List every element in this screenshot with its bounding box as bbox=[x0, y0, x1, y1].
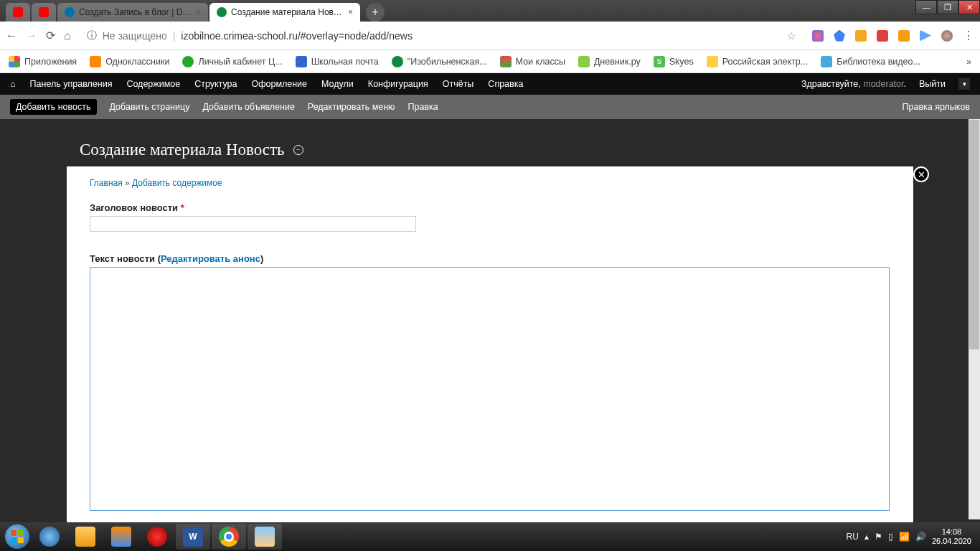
admin-item[interactable]: Модули bbox=[321, 79, 354, 89]
forward-button[interactable]: → bbox=[26, 29, 37, 42]
minimize-button[interactable]: — bbox=[915, 0, 937, 14]
page-title: Создание материала Новость − bbox=[67, 136, 913, 166]
bookmark-item[interactable]: Мои классы bbox=[500, 56, 565, 67]
skyes-icon: s bbox=[654, 56, 665, 67]
shortcut-item[interactable]: Добавить страницу bbox=[110, 102, 190, 112]
star-icon[interactable]: ☆ bbox=[787, 30, 796, 42]
close-overlay-button[interactable]: ✕ bbox=[913, 166, 929, 182]
tab-title: Создать Запись в блог | Drupal. bbox=[79, 7, 192, 17]
close-icon[interactable]: × bbox=[196, 7, 201, 17]
breadcrumb: Главная » Добавить содержимое bbox=[90, 178, 890, 188]
menu-icon[interactable]: ⋮ bbox=[963, 29, 974, 42]
bookmark-item[interactable]: "Изобильненская... bbox=[392, 56, 487, 67]
task-explorer[interactable] bbox=[68, 524, 103, 550]
browser-titlebar: Создать Запись в блог | Drupal. × Создан… bbox=[0, 0, 980, 22]
ext-icon[interactable] bbox=[898, 30, 910, 42]
admin-item[interactable]: Справка bbox=[488, 79, 523, 89]
task-opera[interactable] bbox=[140, 524, 174, 550]
breadcrumb-home[interactable]: Главная bbox=[90, 178, 123, 188]
admin-item[interactable]: Отчёты bbox=[443, 79, 474, 89]
bookmark-item[interactable]: Российская электр... bbox=[707, 56, 808, 67]
admin-item[interactable]: Структура bbox=[194, 79, 237, 89]
bookmark-item[interactable]: Библиотека видео... bbox=[821, 56, 920, 67]
battery-icon[interactable]: ▯ bbox=[888, 532, 893, 542]
task-chrome[interactable] bbox=[212, 524, 246, 550]
admin-item[interactable]: Оформление bbox=[251, 79, 307, 89]
start-button[interactable] bbox=[3, 522, 32, 551]
title-input[interactable] bbox=[90, 216, 416, 232]
home-button[interactable]: ⌂ bbox=[64, 29, 71, 42]
maximize-button[interactable]: ❐ bbox=[937, 0, 958, 14]
body-textarea[interactable] bbox=[90, 267, 890, 511]
ext-icon[interactable] bbox=[877, 30, 888, 42]
reload-button[interactable]: ⟳ bbox=[46, 29, 55, 42]
task-ie[interactable] bbox=[32, 524, 67, 550]
admin-item[interactable]: Панель управления bbox=[30, 79, 113, 89]
dnevnik-icon bbox=[578, 56, 590, 67]
edit-shortcuts-link[interactable]: Правка ярлыков bbox=[903, 102, 970, 112]
tab-title: Создание материала Новость | bbox=[231, 7, 344, 17]
shortcut-item[interactable]: Редактировать меню bbox=[308, 102, 395, 112]
new-tab-button[interactable]: + bbox=[366, 3, 385, 22]
ok-icon bbox=[90, 56, 101, 67]
bookmark-item[interactable]: Одноклассники bbox=[90, 56, 169, 67]
ext-icon[interactable] bbox=[834, 30, 845, 42]
page-content: Создание материала Новость − ✕ Главная »… bbox=[0, 119, 980, 519]
resh-icon bbox=[707, 56, 718, 67]
extensions: ⋮ bbox=[812, 29, 974, 42]
scrollbar[interactable] bbox=[969, 119, 980, 519]
chevron-up-icon[interactable]: ▴ bbox=[864, 532, 869, 542]
home-icon[interactable]: ⌂ bbox=[10, 79, 16, 89]
close-icon[interactable]: × bbox=[348, 7, 353, 17]
bookmark-item[interactable]: Дневник.ру bbox=[578, 56, 641, 67]
browser-tab-active[interactable]: Создание материала Новость | × bbox=[209, 3, 360, 22]
site-icon bbox=[217, 7, 227, 17]
logout-link[interactable]: Выйти bbox=[919, 79, 946, 89]
bookmark-item[interactable]: sSkyes bbox=[654, 56, 694, 67]
bookmarks-overflow[interactable]: » bbox=[966, 57, 971, 67]
browser-tab[interactable]: Создать Запись в блог | Drupal. × bbox=[57, 3, 208, 22]
browser-tab[interactable] bbox=[6, 3, 30, 22]
video-icon bbox=[821, 56, 832, 67]
ext-icon[interactable] bbox=[855, 30, 867, 42]
youtube-icon bbox=[39, 7, 49, 17]
overlay-body: Главная » Добавить содержимое Заголовок … bbox=[67, 166, 913, 540]
breadcrumb-add[interactable]: Добавить содержимое bbox=[132, 178, 222, 188]
collapse-icon[interactable]: − bbox=[293, 145, 303, 155]
lang-indicator[interactable]: RU bbox=[847, 532, 859, 542]
task-word[interactable]: W bbox=[176, 524, 210, 550]
shortcut-item[interactable]: Правка bbox=[408, 102, 438, 112]
back-button[interactable]: ← bbox=[6, 29, 17, 42]
avatar-icon[interactable] bbox=[941, 30, 953, 42]
scrollbar-thumb[interactable] bbox=[969, 120, 979, 349]
wifi-icon[interactable]: 📶 bbox=[899, 532, 910, 542]
admin-item[interactable]: Конфигурация bbox=[368, 79, 428, 89]
greeting: Здравствуйте, moderator. bbox=[801, 79, 906, 89]
edit-summary-link[interactable]: Редактировать анонс bbox=[161, 253, 260, 264]
clock[interactable]: 14:08 26.04.2020 bbox=[932, 527, 971, 546]
shortcut-item[interactable]: Добавить объявление bbox=[202, 102, 294, 112]
url-field[interactable]: ⓘ Не защищено | ☆ bbox=[80, 26, 804, 46]
close-window-button[interactable]: ✕ bbox=[958, 0, 980, 14]
apps-button[interactable]: Приложения bbox=[9, 56, 77, 67]
ext-icon[interactable] bbox=[920, 30, 931, 42]
bookmark-item[interactable]: Школьная почта bbox=[296, 56, 379, 67]
svg-rect-2 bbox=[11, 537, 17, 543]
task-media[interactable] bbox=[104, 524, 138, 550]
flag-icon[interactable]: ⚑ bbox=[875, 532, 882, 542]
chrome-icon bbox=[219, 527, 239, 547]
admin-item[interactable]: Содержимое bbox=[126, 79, 180, 89]
ext-icon[interactable] bbox=[812, 30, 824, 42]
dropdown-icon[interactable]: ▾ bbox=[958, 78, 970, 90]
url-input[interactable] bbox=[181, 30, 781, 42]
volume-icon[interactable]: 🔊 bbox=[915, 532, 926, 542]
folder-icon bbox=[75, 527, 95, 547]
svg-rect-0 bbox=[11, 530, 17, 536]
bookmark-item[interactable]: Личный кабинет Ц... bbox=[182, 56, 282, 67]
browser-tabs: Создать Запись в блог | Drupal. × Создан… bbox=[0, 0, 385, 22]
svg-rect-1 bbox=[18, 530, 24, 536]
task-paint[interactable] bbox=[248, 524, 282, 550]
shortcut-item-active[interactable]: Добавить новость bbox=[10, 99, 97, 115]
media-icon bbox=[111, 527, 131, 547]
browser-tab[interactable] bbox=[32, 3, 56, 22]
